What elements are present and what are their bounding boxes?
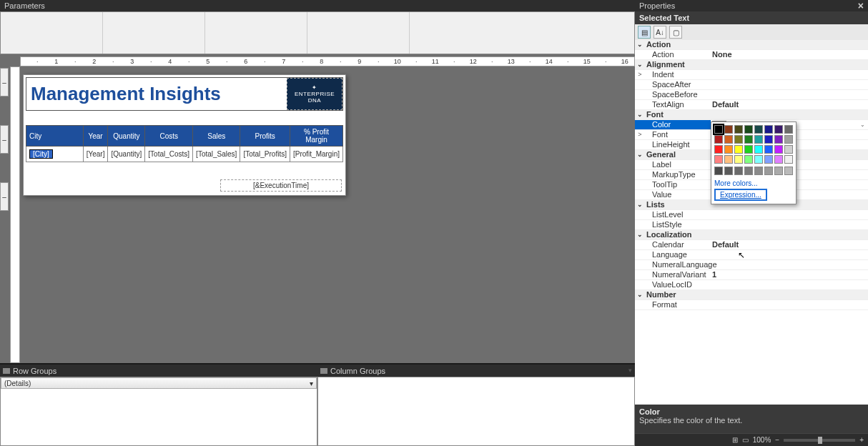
color-swatch[interactable] — [784, 155, 793, 164]
table-header[interactable]: Costs — [145, 126, 193, 147]
color-swatch[interactable] — [744, 145, 753, 154]
table-header[interactable]: Year — [83, 126, 108, 147]
table-cell[interactable]: [Total_Sales] — [193, 147, 240, 162]
property-row[interactable]: ValueLocID — [635, 280, 868, 290]
color-swatch[interactable] — [734, 145, 743, 154]
color-swatch[interactable] — [724, 167, 733, 175]
table-header[interactable]: Profits — [240, 126, 290, 147]
color-swatch[interactable] — [714, 135, 723, 144]
zoom-slider[interactable] — [784, 439, 855, 442]
color-swatch[interactable] — [744, 135, 753, 144]
sort-az-button[interactable]: A↓ — [654, 26, 666, 39]
color-swatch[interactable] — [774, 125, 783, 134]
color-swatch[interactable] — [754, 145, 763, 154]
color-swatch[interactable] — [724, 145, 733, 154]
parameters-grid[interactable] — [0, 11, 635, 54]
report-table[interactable]: CityYearQuantityCostsSalesProfits% Profi… — [26, 125, 343, 162]
zoom-in-button[interactable]: + — [859, 436, 864, 444]
collapse-button[interactable]: – — [0, 125, 9, 154]
color-swatch[interactable] — [724, 135, 733, 144]
table-cell[interactable]: [Profit_Margin] — [290, 147, 342, 162]
table-cell[interactable]: [Year] — [83, 147, 108, 162]
collapse-button[interactable]: – — [0, 68, 9, 96]
color-swatch[interactable] — [764, 155, 773, 164]
property-category[interactable]: ⌄Font — [635, 110, 868, 120]
chevron-down-icon[interactable]: ▾ — [628, 367, 632, 374]
property-row[interactable]: NumeralLanguage — [635, 260, 868, 270]
color-swatch[interactable] — [774, 167, 783, 175]
chevron-down-icon[interactable]: ⌄ — [860, 120, 865, 129]
expression-link[interactable]: Expression... — [714, 189, 767, 201]
table-header[interactable]: Quantity — [108, 126, 145, 147]
color-swatch[interactable] — [774, 145, 783, 154]
property-category[interactable]: ⌄Localization — [635, 230, 868, 240]
color-swatch[interactable] — [784, 167, 793, 175]
property-row[interactable]: NumeralVariant1 — [635, 270, 868, 280]
color-swatch[interactable] — [714, 155, 723, 164]
property-row[interactable]: CalendarDefault — [635, 240, 868, 250]
table-cell[interactable]: [Quantity] — [108, 147, 145, 162]
color-swatch[interactable] — [784, 125, 793, 134]
color-swatch[interactable] — [734, 167, 743, 175]
report-canvas[interactable]: Management Insights ✦ ENTERPRISE DNA Cit… — [23, 74, 346, 196]
property-row[interactable]: ListStyle — [635, 220, 868, 230]
property-category[interactable]: ⌄Number — [635, 290, 868, 300]
color-swatch[interactable] — [734, 155, 743, 164]
color-swatch[interactable] — [734, 125, 743, 134]
color-swatch[interactable] — [744, 155, 753, 164]
property-row[interactable]: Format — [635, 300, 868, 310]
color-swatch[interactable] — [714, 145, 723, 154]
color-swatch[interactable] — [764, 167, 773, 175]
color-swatch[interactable] — [724, 125, 733, 134]
color-swatch[interactable] — [784, 145, 793, 154]
table-header[interactable]: % Profit Margin — [290, 126, 342, 147]
table-cell[interactable]: [Total_Profits] — [240, 147, 290, 162]
table-header[interactable]: City — [26, 126, 84, 147]
color-swatch[interactable] — [714, 167, 723, 175]
color-swatch[interactable] — [754, 135, 763, 144]
property-row[interactable]: Language — [635, 250, 868, 260]
logo-image[interactable]: ✦ ENTERPRISE DNA — [287, 78, 342, 110]
column-groups-body[interactable] — [317, 377, 635, 446]
table-cell[interactable]: [Total_Costs] — [145, 147, 193, 162]
color-swatch[interactable] — [764, 125, 773, 134]
close-icon[interactable]: × — [858, 2, 864, 9]
zoom-out-button[interactable]: − — [775, 436, 779, 444]
property-row[interactable]: SpaceAfter — [635, 80, 868, 90]
color-swatch[interactable] — [774, 155, 783, 164]
color-swatch[interactable] — [784, 135, 793, 144]
more-colors-link[interactable]: More colors... — [714, 178, 793, 189]
color-swatch[interactable] — [744, 167, 753, 175]
row-groups-body[interactable]: (Details)▾ — [0, 377, 317, 446]
categorize-button[interactable]: ▤ — [638, 26, 651, 39]
property-row[interactable]: TextAlignDefault — [635, 100, 868, 110]
fit-width-icon[interactable]: ⊞ — [732, 436, 738, 444]
color-swatch[interactable] — [754, 125, 763, 134]
selection-label: Selected Text — [635, 11, 868, 24]
details-group-row[interactable]: (Details)▾ — [1, 377, 317, 389]
design-surface[interactable]: ·1·2·3·4·5·6·7·8·9·10·11·12·13·14·15·16 … — [0, 54, 635, 363]
execution-time-placeholder[interactable]: [&ExecutionTime] — [220, 179, 342, 192]
property-grid[interactable]: ⌄ActionActionNone⌄Alignment>IndentSpaceA… — [635, 40, 868, 405]
fit-page-icon[interactable]: ▭ — [742, 436, 749, 444]
color-swatch[interactable] — [764, 135, 773, 144]
table-cell[interactable]: [City] — [26, 147, 84, 162]
collapse-button[interactable]: – — [0, 182, 9, 211]
report-title[interactable]: Management Insights — [26, 80, 287, 108]
color-swatch[interactable] — [744, 125, 753, 134]
property-category[interactable]: ⌄Action — [635, 40, 868, 50]
table-header[interactable]: Sales — [193, 126, 240, 147]
property-row[interactable]: SpaceBefore — [635, 90, 868, 100]
color-swatch[interactable] — [754, 167, 763, 175]
property-row[interactable]: >Indent — [635, 70, 868, 80]
property-row[interactable]: ActionNone — [635, 50, 868, 60]
property-category[interactable]: ⌄Alignment — [635, 60, 868, 70]
color-swatch[interactable] — [774, 135, 783, 144]
property-row[interactable]: ListLevel — [635, 210, 868, 220]
property-pages-button[interactable]: ▢ — [669, 26, 682, 39]
color-swatch[interactable] — [734, 135, 743, 144]
color-swatch[interactable] — [764, 145, 773, 154]
color-swatch[interactable] — [714, 125, 723, 134]
color-swatch[interactable] — [754, 155, 763, 164]
color-swatch[interactable] — [724, 155, 733, 164]
